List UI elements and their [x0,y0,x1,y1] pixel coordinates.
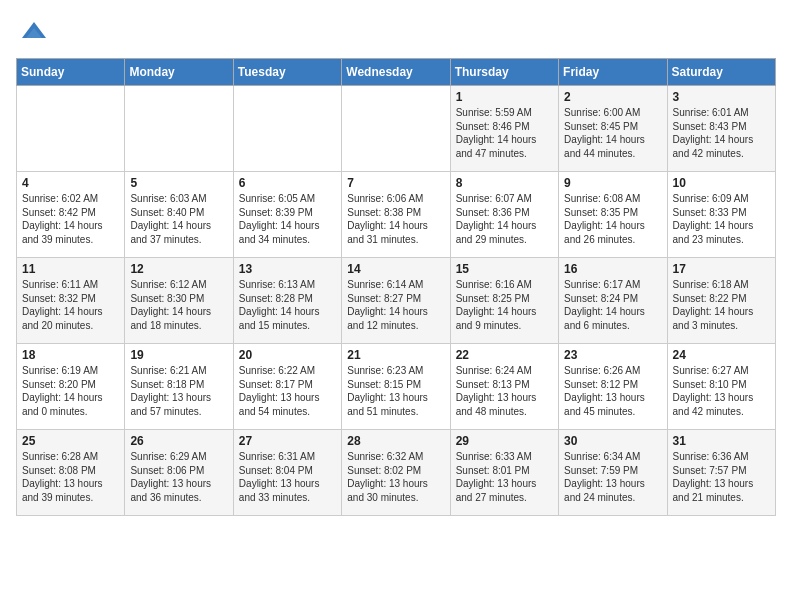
day-cell: 21Sunrise: 6:23 AMSunset: 8:15 PMDayligh… [342,344,450,430]
day-number: 28 [347,434,444,448]
day-cell: 4Sunrise: 6:02 AMSunset: 8:42 PMDaylight… [17,172,125,258]
day-cell: 14Sunrise: 6:14 AMSunset: 8:27 PMDayligh… [342,258,450,344]
day-cell [342,86,450,172]
day-number: 19 [130,348,227,362]
day-cell: 5Sunrise: 6:03 AMSunset: 8:40 PMDaylight… [125,172,233,258]
week-row-2: 4Sunrise: 6:02 AMSunset: 8:42 PMDaylight… [17,172,776,258]
day-info: Sunrise: 6:01 AMSunset: 8:43 PMDaylight:… [673,106,770,160]
day-number: 22 [456,348,553,362]
day-info: Sunrise: 6:23 AMSunset: 8:15 PMDaylight:… [347,364,444,418]
day-number: 30 [564,434,661,448]
day-info: Sunrise: 6:36 AMSunset: 7:57 PMDaylight:… [673,450,770,504]
day-number: 24 [673,348,770,362]
day-number: 25 [22,434,119,448]
day-info: Sunrise: 6:14 AMSunset: 8:27 PMDaylight:… [347,278,444,332]
day-number: 1 [456,90,553,104]
day-info: Sunrise: 6:21 AMSunset: 8:18 PMDaylight:… [130,364,227,418]
day-cell: 19Sunrise: 6:21 AMSunset: 8:18 PMDayligh… [125,344,233,430]
day-cell: 6Sunrise: 6:05 AMSunset: 8:39 PMDaylight… [233,172,341,258]
week-row-5: 25Sunrise: 6:28 AMSunset: 8:08 PMDayligh… [17,430,776,516]
day-number: 7 [347,176,444,190]
day-cell: 29Sunrise: 6:33 AMSunset: 8:01 PMDayligh… [450,430,558,516]
day-number: 6 [239,176,336,190]
day-info: Sunrise: 6:05 AMSunset: 8:39 PMDaylight:… [239,192,336,246]
day-number: 4 [22,176,119,190]
day-info: Sunrise: 6:31 AMSunset: 8:04 PMDaylight:… [239,450,336,504]
day-cell: 12Sunrise: 6:12 AMSunset: 8:30 PMDayligh… [125,258,233,344]
day-cell: 17Sunrise: 6:18 AMSunset: 8:22 PMDayligh… [667,258,775,344]
day-info: Sunrise: 6:22 AMSunset: 8:17 PMDaylight:… [239,364,336,418]
day-cell: 27Sunrise: 6:31 AMSunset: 8:04 PMDayligh… [233,430,341,516]
day-cell: 20Sunrise: 6:22 AMSunset: 8:17 PMDayligh… [233,344,341,430]
day-number: 11 [22,262,119,276]
day-info: Sunrise: 6:09 AMSunset: 8:33 PMDaylight:… [673,192,770,246]
calendar-body: 1Sunrise: 5:59 AMSunset: 8:46 PMDaylight… [17,86,776,516]
day-number: 21 [347,348,444,362]
day-info: Sunrise: 6:28 AMSunset: 8:08 PMDaylight:… [22,450,119,504]
day-cell: 31Sunrise: 6:36 AMSunset: 7:57 PMDayligh… [667,430,775,516]
day-number: 10 [673,176,770,190]
day-cell: 24Sunrise: 6:27 AMSunset: 8:10 PMDayligh… [667,344,775,430]
day-number: 31 [673,434,770,448]
day-info: Sunrise: 5:59 AMSunset: 8:46 PMDaylight:… [456,106,553,160]
day-info: Sunrise: 6:11 AMSunset: 8:32 PMDaylight:… [22,278,119,332]
day-cell [233,86,341,172]
week-row-1: 1Sunrise: 5:59 AMSunset: 8:46 PMDaylight… [17,86,776,172]
day-info: Sunrise: 6:24 AMSunset: 8:13 PMDaylight:… [456,364,553,418]
header-cell-sunday: Sunday [17,59,125,86]
day-info: Sunrise: 6:02 AMSunset: 8:42 PMDaylight:… [22,192,119,246]
day-number: 16 [564,262,661,276]
day-info: Sunrise: 6:17 AMSunset: 8:24 PMDaylight:… [564,278,661,332]
day-info: Sunrise: 6:12 AMSunset: 8:30 PMDaylight:… [130,278,227,332]
day-info: Sunrise: 6:18 AMSunset: 8:22 PMDaylight:… [673,278,770,332]
day-cell: 26Sunrise: 6:29 AMSunset: 8:06 PMDayligh… [125,430,233,516]
day-number: 12 [130,262,227,276]
day-number: 23 [564,348,661,362]
day-cell: 28Sunrise: 6:32 AMSunset: 8:02 PMDayligh… [342,430,450,516]
day-cell [125,86,233,172]
day-cell: 3Sunrise: 6:01 AMSunset: 8:43 PMDaylight… [667,86,775,172]
logo [16,16,48,46]
day-cell: 10Sunrise: 6:09 AMSunset: 8:33 PMDayligh… [667,172,775,258]
day-info: Sunrise: 6:07 AMSunset: 8:36 PMDaylight:… [456,192,553,246]
calendar-header: SundayMondayTuesdayWednesdayThursdayFrid… [17,59,776,86]
page-header [16,16,776,46]
day-cell: 13Sunrise: 6:13 AMSunset: 8:28 PMDayligh… [233,258,341,344]
day-info: Sunrise: 6:03 AMSunset: 8:40 PMDaylight:… [130,192,227,246]
day-info: Sunrise: 6:29 AMSunset: 8:06 PMDaylight:… [130,450,227,504]
day-cell: 8Sunrise: 6:07 AMSunset: 8:36 PMDaylight… [450,172,558,258]
week-row-4: 18Sunrise: 6:19 AMSunset: 8:20 PMDayligh… [17,344,776,430]
logo-icon [20,18,48,46]
day-cell: 25Sunrise: 6:28 AMSunset: 8:08 PMDayligh… [17,430,125,516]
day-cell: 2Sunrise: 6:00 AMSunset: 8:45 PMDaylight… [559,86,667,172]
day-number: 15 [456,262,553,276]
day-info: Sunrise: 6:00 AMSunset: 8:45 PMDaylight:… [564,106,661,160]
day-number: 3 [673,90,770,104]
day-cell: 23Sunrise: 6:26 AMSunset: 8:12 PMDayligh… [559,344,667,430]
day-number: 13 [239,262,336,276]
header-row: SundayMondayTuesdayWednesdayThursdayFrid… [17,59,776,86]
header-cell-wednesday: Wednesday [342,59,450,86]
day-cell: 18Sunrise: 6:19 AMSunset: 8:20 PMDayligh… [17,344,125,430]
header-cell-monday: Monday [125,59,233,86]
day-cell: 30Sunrise: 6:34 AMSunset: 7:59 PMDayligh… [559,430,667,516]
week-row-3: 11Sunrise: 6:11 AMSunset: 8:32 PMDayligh… [17,258,776,344]
day-info: Sunrise: 6:19 AMSunset: 8:20 PMDaylight:… [22,364,119,418]
header-cell-saturday: Saturday [667,59,775,86]
day-cell: 9Sunrise: 6:08 AMSunset: 8:35 PMDaylight… [559,172,667,258]
day-info: Sunrise: 6:08 AMSunset: 8:35 PMDaylight:… [564,192,661,246]
day-number: 18 [22,348,119,362]
day-number: 17 [673,262,770,276]
day-number: 2 [564,90,661,104]
day-info: Sunrise: 6:06 AMSunset: 8:38 PMDaylight:… [347,192,444,246]
header-cell-thursday: Thursday [450,59,558,86]
day-info: Sunrise: 6:13 AMSunset: 8:28 PMDaylight:… [239,278,336,332]
day-info: Sunrise: 6:32 AMSunset: 8:02 PMDaylight:… [347,450,444,504]
day-number: 5 [130,176,227,190]
day-cell: 7Sunrise: 6:06 AMSunset: 8:38 PMDaylight… [342,172,450,258]
day-info: Sunrise: 6:16 AMSunset: 8:25 PMDaylight:… [456,278,553,332]
header-cell-friday: Friday [559,59,667,86]
day-info: Sunrise: 6:26 AMSunset: 8:12 PMDaylight:… [564,364,661,418]
day-cell: 16Sunrise: 6:17 AMSunset: 8:24 PMDayligh… [559,258,667,344]
day-number: 29 [456,434,553,448]
